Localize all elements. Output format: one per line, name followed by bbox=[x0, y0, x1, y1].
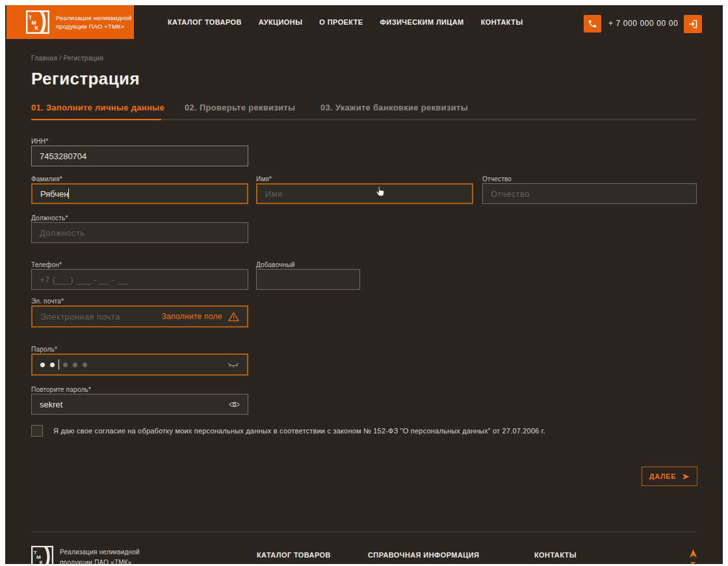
tmk-logo-icon: Т М К bbox=[26, 10, 49, 34]
password-dot bbox=[73, 363, 77, 367]
site-logo[interactable]: Т М К Реализация неликвидной продукции П… bbox=[6, 5, 134, 39]
main-nav: КАТАЛОГ ТОВАРОВ АУКЦИОНЫ О ПРОЕКТЕ ФИЗИЧ… bbox=[168, 5, 523, 39]
header: Т М К Реализация неликвидной продукции П… bbox=[5, 5, 723, 39]
next-button-label: ДАЛЕЕ bbox=[649, 472, 676, 480]
tab-step-1-personal-data[interactable]: 01. Заполните личные данные bbox=[31, 103, 164, 112]
position-label: Должность* bbox=[31, 214, 68, 222]
registration-page: Т М К Реализация неликвидной продукции П… bbox=[5, 5, 723, 564]
tabs-underline-active bbox=[31, 119, 161, 120]
middlename-label: Отчество bbox=[482, 175, 512, 183]
password-dot bbox=[40, 363, 45, 367]
logo-tagline: Реализация неликвидной продукции ПАО «ТМ… bbox=[56, 14, 132, 31]
phone-button[interactable] bbox=[584, 15, 601, 32]
position-input[interactable] bbox=[31, 222, 248, 243]
tab-step-2-check-details[interactable]: 02. Проверьте реквизиты bbox=[185, 103, 295, 112]
phone-label: Телефон* bbox=[31, 261, 62, 268]
middlename-input[interactable] bbox=[482, 183, 697, 204]
svg-text:К: К bbox=[40, 560, 43, 564]
eye-open-icon[interactable] bbox=[229, 401, 240, 408]
extension-label: Добавочный bbox=[256, 261, 295, 268]
svg-text:К: К bbox=[35, 25, 39, 31]
nav-item-catalog[interactable]: КАТАЛОГ ТОВАРОВ bbox=[168, 18, 242, 26]
footer-col-contacts[interactable]: КОНТАКТЫ bbox=[534, 551, 577, 559]
consent-checkbox[interactable] bbox=[31, 425, 43, 437]
breadcrumb-current: Регистрация bbox=[63, 55, 103, 62]
scroll-to-top-partial-text[interactable]: Т bbox=[690, 561, 695, 564]
footer-divider bbox=[31, 532, 697, 532]
arrow-up-icon bbox=[690, 549, 697, 558]
password-dot bbox=[83, 363, 87, 367]
footer-col-catalog[interactable]: КАТАЛОГ ТОВАРОВ bbox=[257, 551, 331, 559]
password-input[interactable] bbox=[31, 354, 248, 376]
breadcrumb: Главная / Регистрация bbox=[31, 55, 103, 62]
phone-icon bbox=[588, 19, 597, 29]
text-caret bbox=[68, 188, 69, 199]
login-icon bbox=[688, 19, 698, 29]
firstname-input[interactable] bbox=[256, 183, 473, 204]
nav-item-about[interactable]: О ПРОЕКТЕ bbox=[319, 18, 363, 26]
password-repeat-value: sekret bbox=[40, 400, 62, 409]
footer-tagline-line2: продукции ПАО «ТМК» bbox=[60, 559, 132, 564]
email-placeholder: Электронная почта bbox=[40, 312, 120, 322]
password-dot bbox=[63, 363, 68, 367]
scroll-to-top-button[interactable] bbox=[689, 548, 697, 560]
nav-item-individuals[interactable]: ФИЗИЧЕСКИМ ЛИЦАМ bbox=[380, 18, 464, 26]
browser-viewport: Т М К Реализация неликвидной продукции П… bbox=[0, 0, 728, 566]
phone-input[interactable] bbox=[31, 269, 248, 290]
consent-text: Я даю свое согласие на обработку моих пе… bbox=[53, 427, 545, 435]
footer-tmk-logo-icon: Т М К bbox=[31, 546, 53, 564]
password-dot bbox=[50, 363, 55, 367]
password-label: Пароль* bbox=[31, 346, 57, 353]
tab-step-3-bank-details[interactable]: 03. Укажите банковкие реквизиты bbox=[320, 103, 468, 112]
lastname-label: Фамилия* bbox=[31, 175, 62, 183]
lastname-input[interactable]: Рябчен bbox=[31, 183, 248, 204]
email-input[interactable]: Электронная почта Заполните поле bbox=[31, 305, 248, 328]
text-caret bbox=[58, 359, 59, 370]
password-repeat-input[interactable]: sekret bbox=[31, 394, 248, 415]
login-button[interactable] bbox=[684, 15, 702, 33]
next-button[interactable]: ДАЛЕЕ bbox=[642, 467, 697, 486]
lastname-value: Рябчен bbox=[40, 189, 68, 199]
password-repeat-label: Повторите пароль* bbox=[31, 386, 91, 393]
arrow-right-icon bbox=[682, 474, 690, 480]
inn-input[interactable] bbox=[31, 146, 248, 166]
warning-icon bbox=[228, 312, 239, 322]
eye-closed-icon[interactable] bbox=[228, 361, 239, 368]
breadcrumb-separator: / bbox=[59, 55, 61, 62]
footer-col-info[interactable]: СПРАВОЧНАЯ ИНФОРМАЦИЯ bbox=[368, 551, 479, 559]
firstname-label: Имя* bbox=[256, 175, 272, 183]
email-error-text: Заполните поле bbox=[162, 312, 222, 321]
breadcrumb-home[interactable]: Главная bbox=[31, 55, 57, 62]
nav-item-auctions[interactable]: АУКЦИОНЫ bbox=[259, 18, 303, 26]
nav-item-contacts[interactable]: КОНТАКТЫ bbox=[481, 18, 523, 26]
inn-label: ИНН* bbox=[31, 138, 48, 145]
email-label: Эл. почта* bbox=[31, 298, 64, 305]
phone-number: + 7 000 000 00 00 bbox=[608, 5, 678, 42]
page-title: Регистрация bbox=[31, 69, 140, 89]
footer-tagline-line1: Реализация неликвидной bbox=[60, 548, 140, 556]
extension-input[interactable] bbox=[256, 269, 360, 290]
